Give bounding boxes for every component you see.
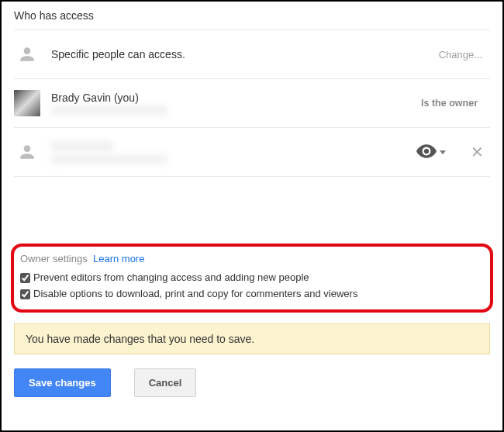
people-icon (14, 41, 40, 67)
owner-badge: Is the owner (421, 98, 490, 109)
checkbox-prevent-editors[interactable] (20, 273, 30, 283)
checkbox-disable-download[interactable] (20, 289, 30, 299)
person-name: Brady Gavin (you) (51, 92, 410, 104)
owner-settings-section: Owner settings Learn more Prevent editor… (11, 244, 493, 313)
access-summary-row: Specific people can access. Change... (14, 30, 490, 78)
eye-icon (416, 144, 437, 161)
checkbox-row-prevent-editors[interactable]: Prevent editors from changing access and… (20, 269, 481, 285)
access-summary-text: Specific people can access. (51, 48, 428, 60)
checkbox-label: Disable options to download, print and c… (33, 288, 357, 299)
button-row: Save changes Cancel (14, 368, 490, 397)
save-button[interactable]: Save changes (14, 368, 111, 397)
chevron-down-icon (440, 150, 446, 154)
person-icon (14, 139, 40, 165)
section-title-access: Who has access (14, 6, 490, 29)
avatar (14, 90, 40, 116)
unsaved-warning: You have made changes that you need to s… (14, 323, 490, 354)
person-email-redacted (51, 106, 167, 115)
learn-more-link[interactable]: Learn more (93, 253, 144, 264)
checkbox-label: Prevent editors from changing access and… (33, 271, 309, 283)
checkbox-row-disable-download[interactable]: Disable options to download, print and c… (20, 285, 481, 302)
person-row-owner: Brady Gavin (you) Is the owner (14, 79, 490, 127)
cancel-button[interactable]: Cancel (134, 368, 197, 397)
person-email-redacted (51, 155, 167, 164)
person-name-redacted (51, 141, 113, 151)
person-row-shared: ✕ (14, 128, 490, 176)
change-access-link[interactable]: Change... (439, 49, 490, 60)
remove-person-button[interactable]: ✕ (471, 144, 490, 160)
role-dropdown[interactable] (413, 141, 449, 164)
owner-settings-label: Owner settings (20, 253, 88, 264)
